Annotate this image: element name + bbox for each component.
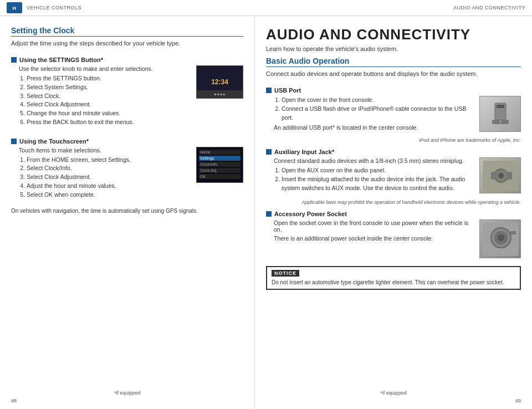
notice-box: NOTICE Do not insert an automotive type … [266,266,521,290]
usb-step-1: Open the cover in the front console. [282,96,475,105]
svg-rect-9 [491,172,497,180]
aux-desc: Connect standard audio devices with a 1/… [266,157,475,164]
svg-text:H: H [13,6,17,11]
settings-button-header: Using the SETTINGS Button* [19,57,103,63]
settings-step-2: Select System Settings. [27,83,192,92]
top-bar: H VEHICLE CONTROLS AUDIO AND CONNECTIVIT… [0,0,532,16]
ipod-note: iPod and iPhone are trademarks of Apple,… [266,137,521,143]
page-container: H VEHICLE CONTROLS AUDIO AND CONNECTIVIT… [0,0,532,409]
basic-audio-subtitle: Connect audio devices and operate button… [266,70,521,77]
setting-clock-title: Setting the Clock [11,26,243,37]
touchscreen-section: Touch items to make selections. From the… [11,147,243,202]
usb-icon [487,100,514,128]
power-socket-desc1: Open the socket cover in the front conso… [266,219,475,233]
aux-steps-list: Open the AUX cover on the audio panel. I… [266,166,475,192]
touchscreen-step-1: From the HOME screen, select Settings. [27,156,192,165]
left-section-label: VEHICLE CONTROLS [27,5,81,11]
blue-square-icon-2 [11,139,17,144]
screen-bar: ■ ■ ■ ■ [197,90,243,98]
aux-section: Connect standard audio devices with a 1/… [266,157,521,195]
usb-steps-list: Open the cover in the front console. Con… [266,96,475,122]
svg-point-14 [498,234,504,241]
setting-clock-subtitle: Adjust the time using the steps describe… [11,40,243,47]
power-socket-header: Accessory Power Socket [274,211,347,217]
content-area: Setting the Clock Adjust the time using … [0,16,532,409]
usb-section: Open the cover in the front console. Con… [266,96,521,133]
right-content: AUDIO AND CONNECTIVITY Learn how to oper… [266,26,521,403]
settings-steps-list: Press the SETTINGS button. Select System… [11,74,192,127]
basic-audio-title: Basic Audio Operation [266,57,521,67]
top-bar-left: H VEHICLE CONTROLS [7,2,81,13]
aux-step-2: Insert the miniplug attached to the audi… [282,175,475,193]
notice-label: NOTICE [272,270,299,277]
aux-text-col: Connect standard audio devices with a 1/… [266,157,475,195]
usb-step-2: Connect a USB flash drive or iPod/iPhone… [282,105,475,122]
aux-legal: Applicable laws may prohibit the operati… [266,200,521,205]
settings-button-text-col: Use the selector knob to make and enter … [11,65,192,129]
settings-button-desc: Use the selector knob to make and enter … [11,65,192,72]
touchscreen-text-col: Touch items to make selections. From the… [11,147,192,202]
power-socket-text-col: Open the socket cover in the front conso… [266,219,475,244]
aux-header: Auxiliary Input Jack* [274,149,334,155]
touchscreen-header-row: Using the Touchscreen* [11,138,243,145]
svg-point-8 [498,173,504,178]
if-equipped-left: *if equipped [11,390,243,396]
power-socket-image [479,219,521,258]
aux-header-row: Auxiliary Input Jack* [266,149,521,155]
audio-connectivity-subtitle: Learn how to operate the vehicle's audio… [266,45,521,52]
svg-rect-15 [510,231,516,234]
usb-text-col: Open the cover in the front console. Con… [266,96,475,133]
aux-blue-square-icon [266,149,272,155]
svg-rect-10 [507,172,512,180]
power-socket-desc2: There is an additional power socket insi… [266,235,475,242]
aux-icon [480,158,521,194]
touchscreen-screen-image: Home Settings Clock/Info Clock Adj. OK [196,147,243,183]
touchscreen-desc: Touch items to make selections. [11,147,192,154]
settings-button-section: Use the selector knob to make and enter … [11,65,243,129]
notice-text: Do not insert an automotive type cigaret… [272,279,515,287]
touchscreen-header: Using the Touchscreen* [19,138,89,145]
touchscreen-step-5: Select OK when complete. [27,191,192,200]
if-equipped-right: *if equipped [266,390,521,396]
settings-step-3: Select Clock. [27,92,192,101]
logo-icon: H [7,2,22,13]
settings-step-1: Press the SETTINGS button. [27,74,192,83]
power-socket-header-row: Accessory Power Socket [266,211,521,217]
left-page: Setting the Clock Adjust the time using … [0,16,255,409]
settings-button-header-row: Using the SETTINGS Button* [11,57,243,63]
usb-blue-square-icon [266,88,272,93]
aux-image [479,157,521,193]
right-page: AUDIO AND CONNECTIVITY Learn how to oper… [255,16,532,409]
touchscreen-steps-list: From the HOME screen, select Settings. S… [11,156,192,200]
right-section-label: AUDIO AND CONNECTIVITY [453,5,525,11]
settings-screen-image: 12:34 ■ ■ ■ ■ [196,65,243,99]
audio-connectivity-title: AUDIO AND CONNECTIVITY [266,26,521,43]
usb-additional: An additional USB port* is located in th… [266,124,475,131]
power-blue-square-icon [266,211,272,217]
page-number-right: 49 [266,398,521,403]
usb-header-row: USB Port [266,87,521,94]
settings-step-4: Select Clock Adjustment. [27,100,192,109]
svg-rect-3 [497,105,504,108]
blue-square-icon [11,57,17,63]
touchscreen-step-3: Select Clock Adjustment. [27,173,192,182]
touchscreen-step-2: Select Clock/Info. [27,164,192,173]
settings-step-5: Change the hour and minute values. [27,109,192,118]
usb-port-header: USB Port [274,87,301,94]
gps-note: On vehicles with navigation, the time is… [11,208,243,214]
power-socket-icon [480,220,521,259]
aux-step-1: Open the AUX cover on the audio panel. [282,166,475,175]
power-socket-section: Open the socket cover in the front conso… [266,219,521,258]
usb-image [479,96,521,132]
settings-step-6: Press the BACK button to exit the menus. [27,118,192,127]
page-number-left: 48 [11,398,243,403]
touchscreen-step-4: Adjust the hour and minute values. [27,182,192,191]
